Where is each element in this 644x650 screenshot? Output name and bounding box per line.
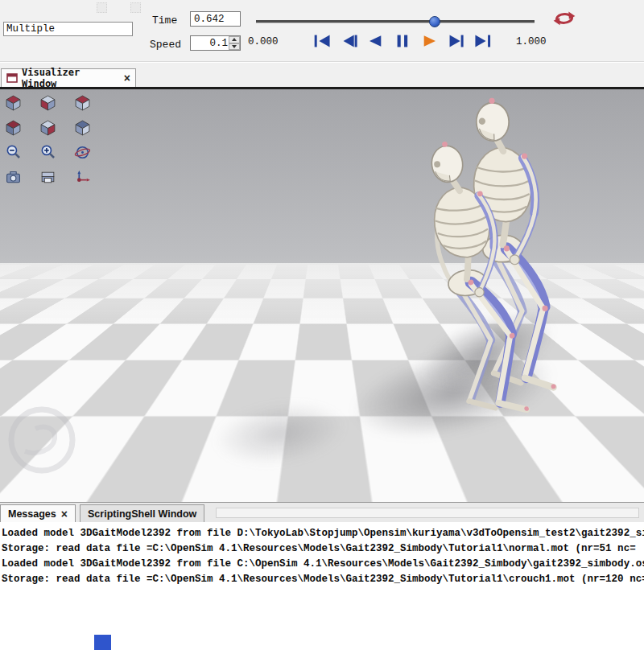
- messages-console[interactable]: Loaded model 3DGaitModel2392 from file D…: [0, 522, 644, 650]
- speed-decrement-button[interactable]: [229, 43, 240, 51]
- light-cube-icon[interactable]: [39, 119, 56, 136]
- visualizer-tab-bar: Visualizer Window ×: [0, 63, 644, 89]
- console-line: Storage: read data file =C:\OpenSim 4.1\…: [2, 572, 644, 587]
- axes-marker-icon[interactable]: [74, 169, 91, 186]
- opensim-window: Time Speed 0.000 1.000: [0, 0, 644, 650]
- print-view-icon[interactable]: [39, 169, 56, 186]
- bottom-panel-tab-bar: Messages × ScriptingShell Window: [0, 502, 644, 522]
- model-selector-field[interactable]: [3, 22, 133, 36]
- playback-toolbar: Time Speed 0.000 1.000: [0, 0, 644, 62]
- time-input[interactable]: [190, 11, 241, 27]
- slider-min-label: 0.000: [248, 36, 279, 47]
- speed-input[interactable]: [191, 36, 229, 50]
- time-slider[interactable]: [256, 20, 535, 23]
- loop-playback-icon[interactable]: [552, 10, 576, 27]
- view-tools-palette: [5, 94, 101, 194]
- speed-spin-buttons: [229, 36, 240, 50]
- console-line: Loaded model 3DGaitModel2392 from file C…: [2, 557, 644, 572]
- play-forward-icon[interactable]: [419, 35, 439, 47]
- console-line: Loaded model 3DGaitModel2392 from file D…: [2, 526, 644, 541]
- speed-increment-button[interactable]: [229, 36, 240, 43]
- viewport-watermark-logo: [5, 403, 79, 477]
- step-backward-icon[interactable]: [340, 35, 359, 47]
- visualizer-tab-close-icon[interactable]: ×: [124, 73, 130, 83]
- time-label: Time: [152, 14, 177, 27]
- camera-view-icon[interactable]: [5, 169, 22, 186]
- tab-scripting-shell-window[interactable]: ScriptingShell Window: [80, 504, 204, 523]
- console-line: Storage: read data file =C:\OpenSim 4.1\…: [2, 541, 644, 557]
- dark-cube-icon[interactable]: [5, 119, 22, 136]
- messages-tab-label: Messages: [8, 508, 56, 520]
- scripting-tab-label: ScriptingShell Window: [88, 508, 196, 520]
- orbit-view-icon[interactable]: [74, 144, 91, 161]
- skip-to-end-icon[interactable]: [473, 35, 492, 47]
- toolbar-mini-icon-2: [130, 2, 141, 13]
- speed-spinner: [190, 35, 241, 51]
- window-icon: [6, 72, 18, 84]
- slider-max-label: 1.000: [516, 36, 547, 47]
- taskbar-fragment[interactable]: [94, 635, 111, 650]
- messages-tab-close-icon[interactable]: ×: [61, 509, 68, 519]
- blue-cube-icon[interactable]: [74, 119, 91, 136]
- skip-to-start-icon[interactable]: [313, 35, 332, 47]
- time-slider-handle[interactable]: [429, 16, 440, 27]
- tab-messages[interactable]: Messages ×: [0, 504, 76, 523]
- step-forward-icon[interactable]: [446, 35, 465, 47]
- mixed-cube-icon[interactable]: [39, 94, 56, 111]
- zoom-in-icon[interactable]: [39, 144, 56, 161]
- tab-visualizer-window[interactable]: Visualizer Window ×: [1, 68, 136, 87]
- tab-bar-groove: [216, 508, 639, 518]
- zoom-out-icon[interactable]: [5, 144, 22, 161]
- pause-icon[interactable]: [393, 35, 412, 47]
- speed-label: Speed: [150, 39, 181, 51]
- visualizer-3d-viewport[interactable]: [0, 89, 644, 502]
- toolbar-mini-icon-1: [97, 2, 107, 13]
- playback-controls: [309, 33, 496, 49]
- visualizer-tab-label: Visualizer Window: [22, 67, 120, 89]
- solid-cube-icon[interactable]: [5, 94, 22, 111]
- shaded-cube-icon[interactable]: [74, 94, 91, 111]
- play-backward-icon[interactable]: [366, 35, 386, 47]
